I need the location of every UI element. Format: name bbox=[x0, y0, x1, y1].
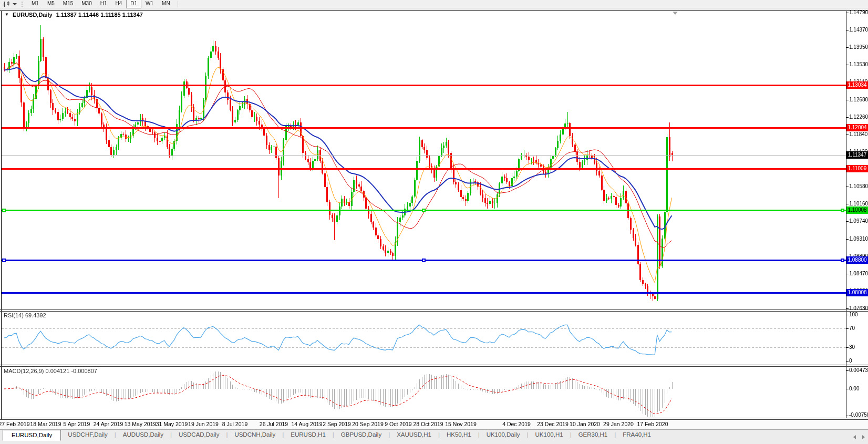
symbol-tab[interactable]: USDCHF,Daily bbox=[61, 430, 114, 440]
timeframe-button-h4[interactable]: H4 bbox=[111, 0, 127, 8]
chart-type-icon[interactable] bbox=[2, 1, 12, 7]
timeframe-button-d1[interactable]: D1 bbox=[126, 0, 141, 8]
timeframe-button-mn[interactable]: MN bbox=[158, 0, 174, 8]
tab-scroll-controls bbox=[853, 435, 865, 439]
symbol-tab[interactable]: USDCNH,Daily bbox=[228, 430, 282, 440]
symbol-tab[interactable]: UK100,Daily bbox=[480, 430, 527, 440]
chart-title: ▼ EURUSD,Daily 1.11387 1.11446 1.11185 1… bbox=[5, 12, 143, 18]
rsi-indicator-label: RSI(14) 69.4392 bbox=[4, 312, 46, 318]
symbol-tab[interactable]: EURUSD,H1 bbox=[284, 430, 332, 440]
trading-app-window: M1M5M15M30H1H4D1W1MN ▼ EURUSD,Daily 1.11… bbox=[0, 0, 868, 444]
chart-overlay: ▼ EURUSD,Daily 1.11387 1.11446 1.11185 1… bbox=[0, 0, 868, 444]
symbol-tab[interactable]: XAUUSD,H1 bbox=[390, 430, 438, 440]
timeframe-toolbar: M1M5M15M30H1H4D1W1MN bbox=[0, 0, 868, 8]
toolbar-separator bbox=[178, 1, 178, 7]
chart-type-dropdown-icon[interactable] bbox=[13, 3, 17, 5]
tab-scroll-right-icon[interactable] bbox=[862, 435, 865, 439]
macd-indicator-label: MACD(12,26,9) 0.004121 -0.000807 bbox=[4, 368, 97, 374]
timeframe-button-m5[interactable]: M5 bbox=[43, 0, 59, 8]
symbol-tab[interactable]: USDCAD,Daily bbox=[172, 430, 226, 440]
timeframe-button-m30[interactable]: M30 bbox=[77, 0, 96, 8]
symbol-tab[interactable]: FRA40,H1 bbox=[616, 430, 658, 440]
symbol-dropdown-icon[interactable]: ▼ bbox=[5, 12, 9, 17]
time-axis[interactable] bbox=[0, 419, 846, 429]
chart-shift-marker-icon bbox=[673, 12, 678, 15]
tab-list: EURUSD,DailyUSDCHF,Daily|AUDUSD,Daily|US… bbox=[0, 430, 658, 441]
chart-title-ohlc: 1.11387 1.11446 1.11185 1.11347 bbox=[56, 12, 143, 18]
timeframe-button-m1[interactable]: M1 bbox=[27, 0, 43, 8]
symbol-tab-bar: EURUSD,DailyUSDCHF,Daily|AUDUSD,Daily|US… bbox=[0, 429, 868, 444]
chart-title-symbol: EURUSD,Daily bbox=[13, 12, 53, 18]
symbol-tab[interactable]: GBPUSD,Daily bbox=[334, 430, 388, 440]
toolbar-grip[interactable] bbox=[22, 2, 24, 7]
timeframe-button-h1[interactable]: H1 bbox=[96, 0, 111, 8]
symbol-tab[interactable]: EURUSD,Daily bbox=[3, 430, 61, 441]
tab-scroll-left-icon[interactable] bbox=[853, 435, 856, 439]
timeframe-buttons: M1M5M15M30H1H4D1W1MN bbox=[27, 0, 174, 8]
symbol-tab[interactable]: HK50,H1 bbox=[440, 430, 478, 440]
symbol-tab[interactable]: AUDUSD,Daily bbox=[116, 430, 170, 440]
timeframe-button-w1[interactable]: W1 bbox=[141, 0, 158, 8]
price-axis[interactable] bbox=[846, 11, 868, 418]
timeframe-button-m15[interactable]: M15 bbox=[59, 0, 77, 8]
symbol-tab[interactable]: GER30,H1 bbox=[572, 430, 615, 440]
symbol-tab[interactable]: UK100,H1 bbox=[529, 430, 570, 440]
